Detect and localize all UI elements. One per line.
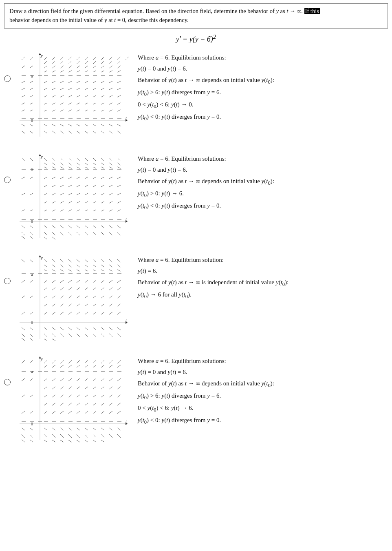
svg-line-134 — [52, 131, 55, 133]
svg-line-213 — [52, 177, 55, 179]
svg-line-584 — [22, 440, 25, 442]
svg-line-190 — [52, 167, 55, 168]
svg-line-421 — [117, 328, 121, 330]
svg-line-24 — [101, 61, 104, 64]
svg-line-536 — [101, 411, 104, 414]
svg-line-495 — [93, 378, 96, 381]
svg-line-516 — [101, 395, 104, 397]
svg-line-285 — [44, 232, 47, 235]
svg-line-579 — [30, 411, 33, 414]
svg-line-413 — [52, 328, 55, 330]
svg-line-234 — [60, 193, 64, 195]
svg-line-97 — [101, 103, 104, 104]
svg-line-393 — [52, 304, 55, 306]
svg-line-136 — [68, 131, 72, 133]
svg-line-397 — [85, 304, 88, 306]
svg-line-27 — [44, 66, 47, 68]
svg-line-178 — [117, 158, 121, 161]
svg-line-512 — [68, 395, 72, 397]
svg-line-82 — [60, 95, 64, 97]
svg-line-586 — [44, 440, 47, 442]
svg-line-388 — [93, 296, 96, 298]
desc-c-1: y(t) = 6. — [138, 266, 388, 277]
svg-line-331 — [60, 265, 64, 267]
svg-line-431 — [117, 334, 121, 337]
svg-line-147 — [22, 81, 25, 83]
description-d: Where a = 6. Equilibrium solutions: y(t)… — [138, 354, 388, 428]
svg-line-99 — [117, 103, 121, 104]
radio-a[interactable] — [4, 75, 11, 82]
svg-line-574 — [22, 378, 25, 381]
svg-line-96 — [93, 103, 96, 104]
svg-line-567 — [85, 434, 88, 438]
option-row-d: y t 0 a — [4, 354, 388, 444]
svg-line-378 — [93, 288, 96, 290]
svg-line-298 — [30, 177, 33, 179]
svg-line-462 — [93, 360, 96, 363]
svg-line-491 — [60, 378, 64, 381]
svg-line-288 — [68, 232, 72, 235]
svg-line-194 — [85, 167, 88, 168]
svg-line-439 — [30, 312, 33, 314]
svg-line-506 — [101, 387, 104, 389]
svg-line-259 — [101, 210, 104, 211]
svg-line-433 — [30, 259, 33, 262]
svg-line-243 — [52, 201, 55, 203]
svg-line-20 — [68, 61, 72, 64]
svg-line-44 — [101, 71, 104, 72]
svg-line-569 — [101, 434, 104, 438]
svg-line-363 — [52, 280, 55, 283]
svg-line-30 — [68, 66, 72, 68]
svg-line-427 — [85, 334, 88, 337]
svg-line-91 — [52, 103, 55, 104]
radio-b[interactable] — [4, 177, 11, 183]
svg-line-150 — [30, 88, 33, 90]
svg-line-75 — [85, 88, 88, 90]
svg-line-335 — [93, 265, 96, 267]
svg-line-564 — [60, 434, 64, 438]
svg-line-524 — [85, 403, 88, 405]
radio-c[interactable] — [4, 278, 11, 284]
svg-line-297 — [22, 177, 25, 179]
direction-field-c: y t 0 a — [15, 253, 130, 343]
svg-line-16 — [126, 57, 129, 60]
svg-line-174 — [85, 158, 88, 161]
svg-line-223 — [52, 185, 55, 187]
svg-line-103 — [68, 110, 72, 111]
svg-line-395 — [68, 304, 72, 306]
svg-line-391 — [117, 296, 121, 298]
desc-a-2: Behavior of y(t) as t → ∞ depends on ini… — [138, 75, 388, 86]
svg-line-138 — [85, 131, 88, 133]
description-c: Where a = 6. Equilibrium solution: y(t) … — [138, 253, 388, 302]
svg-line-570 — [109, 434, 112, 438]
svg-line-563 — [52, 434, 55, 438]
svg-line-296 — [30, 158, 33, 161]
svg-line-440 — [22, 328, 25, 330]
svg-line-407 — [85, 312, 88, 314]
svg-line-386 — [77, 296, 80, 298]
svg-line-279 — [77, 226, 80, 228]
desc-d-where: Where a = 6. Equilibrium solutions: — [138, 356, 388, 367]
svg-line-589 — [68, 440, 72, 442]
svg-line-87 — [101, 95, 104, 97]
svg-line-70 — [44, 88, 47, 90]
svg-line-587 — [52, 440, 55, 442]
svg-line-510 — [52, 395, 55, 397]
svg-line-286 — [52, 232, 55, 235]
svg-line-489 — [44, 378, 47, 381]
svg-line-459 — [68, 360, 72, 363]
svg-line-238 — [93, 193, 96, 195]
svg-text:0: 0 — [31, 422, 33, 426]
svg-line-474 — [109, 365, 112, 367]
svg-line-226 — [77, 185, 80, 187]
svg-line-538 — [117, 411, 121, 414]
svg-line-396 — [77, 304, 80, 306]
svg-line-568 — [93, 434, 96, 438]
svg-line-362 — [44, 280, 47, 283]
header-text2: behavior depends on the initial value of… — [9, 17, 189, 23]
svg-line-593 — [101, 440, 104, 442]
svg-line-428 — [93, 334, 96, 337]
svg-line-344 — [85, 270, 88, 271]
svg-line-390 — [109, 296, 112, 298]
radio-d[interactable] — [4, 379, 11, 385]
